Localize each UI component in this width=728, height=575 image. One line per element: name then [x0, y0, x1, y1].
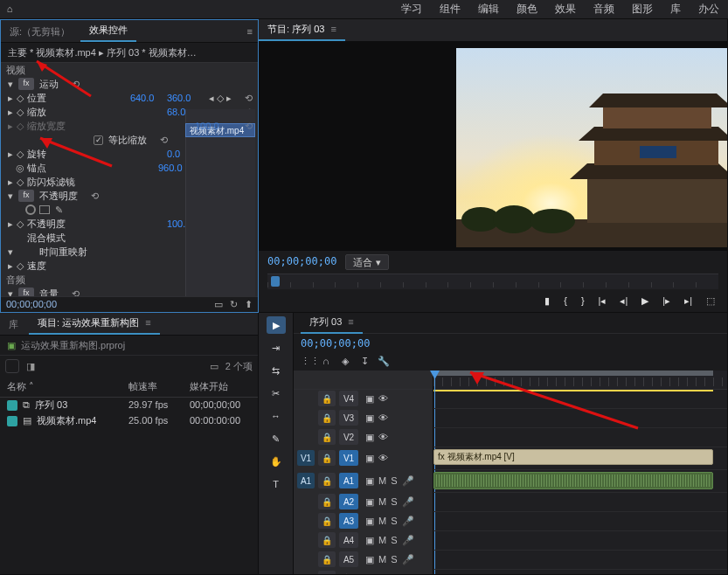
timeline-ruler[interactable]	[433, 371, 727, 390]
go-in-icon[interactable]: |◂	[599, 294, 607, 307]
zoom-fit-select[interactable]: 适合 ▾	[345, 254, 388, 270]
marker-icon[interactable]: ◈	[339, 355, 351, 367]
track-v1[interactable]: fx 视频素材.mp4 [V]	[433, 447, 727, 470]
mark-out-icon[interactable]: }	[581, 294, 585, 307]
track-head-v3[interactable]: 🔒V3▣👁	[294, 409, 433, 428]
track-head-v1[interactable]: V1🔒V1▣👁	[294, 447, 433, 470]
uniform-scale-checkbox[interactable]	[94, 135, 103, 145]
svg-point-11	[530, 209, 575, 233]
track-head-master[interactable]: 🔒主声道▸M	[294, 570, 433, 575]
track-head-a2[interactable]: 🔒A2▣MS🎤	[294, 493, 433, 512]
project-search[interactable]	[5, 359, 19, 373]
timeline-panel: ▶ ⇥ ⇆ ✂ ↔ ✎ ✋ T 序列 03 ≡ 00;00;00;00 ⋮⋮ ∩	[259, 313, 728, 575]
ec-timecode: 00;00;00;00	[6, 298, 57, 310]
project-row-sequence[interactable]: ⧉序列 03 29.97 fps 00;00;00;00	[0, 398, 258, 413]
tab-project[interactable]: 项目: 运动效果重新构图 ≡	[29, 313, 160, 335]
clip-audio[interactable]	[433, 472, 713, 489]
sequence-icon: ⧉	[23, 398, 30, 411]
slip-tool-icon[interactable]: ↔	[267, 407, 286, 425]
menu-color[interactable]: 颜色	[508, 3, 546, 17]
svg-rect-12	[640, 146, 676, 158]
tab-effect-controls[interactable]: 效果控件	[80, 19, 136, 42]
transport-bar: ▮ { } |◂ ◂| ▶ |▸ ▸| ⬚	[259, 289, 727, 312]
toggle-output-icon[interactable]: ▣	[365, 392, 374, 405]
project-filename: 运动效果重新构图.prproj	[21, 339, 125, 351]
ec-audio-section: 音频	[6, 274, 25, 286]
track-head-a5[interactable]: 🔒A5▣MS🎤	[294, 551, 433, 570]
track-header: 🔒V4▣👁 🔒V3▣👁 🔒V2▣👁 V1🔒V1▣👁 A1🔒A1▣MS🎤 🔒A2▣…	[294, 371, 433, 575]
program-ruler[interactable]	[267, 274, 718, 289]
svg-marker-8	[589, 94, 727, 107]
insert-icon[interactable]: ↧	[358, 355, 371, 367]
track-a1[interactable]	[433, 470, 727, 493]
selection-tool-icon[interactable]: ▶	[267, 316, 286, 334]
razor-tool-icon[interactable]: ✂	[267, 384, 286, 402]
hand-tool-icon[interactable]: ✋	[267, 453, 286, 470]
panel-menu-icon[interactable]: ≡	[247, 25, 253, 38]
pen-mask-icon[interactable]: ✎	[55, 204, 63, 216]
menu-editing[interactable]: 编辑	[469, 3, 508, 17]
menu-more[interactable]: 办公	[690, 3, 728, 17]
svg-point-10	[493, 205, 535, 233]
menu-audio[interactable]: 音频	[585, 3, 623, 17]
go-out-icon[interactable]: ▸|	[684, 294, 692, 307]
menu-libraries[interactable]: 库	[662, 3, 690, 17]
step-fwd-icon[interactable]: |▸	[662, 294, 670, 307]
timeline-tracks[interactable]: fx 视频素材.mp4 [V]	[433, 371, 727, 575]
svg-marker-4	[570, 163, 727, 179]
track-head-a4[interactable]: 🔒A4▣MS🎤	[294, 531, 433, 551]
track-select-tool-icon[interactable]: ⇥	[267, 339, 286, 357]
prop-position[interactable]: ▸◇ 位置 640.0 360.0 ◂ ◇ ▸⟲	[1, 91, 258, 105]
mark-in-icon[interactable]: {	[564, 294, 567, 307]
menu-learn[interactable]: 学习	[392, 3, 431, 17]
label-color	[7, 400, 17, 411]
pen-tool-icon[interactable]: ✎	[267, 430, 286, 447]
wrench-icon[interactable]: 🔧	[378, 355, 390, 367]
new-bin-icon[interactable]: ▭	[210, 360, 218, 372]
label-color	[7, 416, 17, 426]
effect-controls-panel: 源:（无剪辑） 效果控件 ≡ 主要 * 视频素材.mp4 ▸ 序列 03 * 视…	[0, 19, 259, 313]
track-head-v4[interactable]: 🔒V4▣👁	[294, 390, 433, 409]
sort-asc-icon[interactable]: ˄	[29, 381, 34, 391]
lift-icon[interactable]: ⬚	[706, 294, 715, 307]
filter-icon[interactable]: ◨	[26, 360, 35, 372]
ec-export-icon[interactable]: ⬆	[245, 298, 253, 310]
ec-loop-icon[interactable]: ↻	[230, 298, 238, 310]
program-monitor[interactable]	[456, 48, 727, 247]
tools-column: ▶ ⇥ ⇆ ✂ ↔ ✎ ✋ T	[259, 313, 294, 575]
tab-libraries[interactable]: 库	[0, 314, 27, 335]
timeline-tab[interactable]: 序列 03 ≡	[301, 313, 363, 334]
menu-effects[interactable]: 效果	[546, 3, 585, 17]
tab-program[interactable]: 节目: 序列 03 ≡	[259, 19, 345, 41]
menu-graphics[interactable]: 图形	[623, 3, 662, 17]
clip-video[interactable]: fx 视频素材.mp4 [V]	[433, 449, 713, 465]
play-icon[interactable]: ▶	[641, 294, 648, 307]
ripple-tool-icon[interactable]: ⇆	[267, 362, 286, 379]
track-head-a1[interactable]: A1🔒A1▣MS🎤	[294, 470, 433, 493]
ellipse-mask-icon[interactable]	[25, 204, 36, 215]
snap-icon[interactable]: ⋮⋮	[301, 355, 313, 367]
step-back-icon[interactable]: ◂|	[620, 294, 627, 307]
menu-assembly[interactable]: 组件	[431, 3, 469, 17]
add-marker-icon[interactable]: ▮	[544, 294, 550, 307]
lock-icon[interactable]: 🔒	[318, 391, 336, 406]
svg-marker-6	[579, 127, 727, 141]
svg-rect-3	[587, 179, 727, 223]
ec-breadcrumb: 主要 * 视频素材.mp4 ▸ 序列 03 * 视频素材…	[1, 43, 258, 63]
link-icon[interactable]: ∩	[320, 355, 332, 367]
track-head-v2[interactable]: 🔒V2▣👁	[294, 428, 433, 447]
ec-video-section: 视频	[6, 64, 25, 76]
rect-mask-icon[interactable]	[39, 205, 50, 214]
timeline-timecode[interactable]: 00;00;00;00	[301, 337, 370, 351]
program-timecode[interactable]: 00;00;00;00	[267, 255, 336, 269]
app-menubar: ⌂ 学习 组件 编辑 颜色 效果 音频 图形 库 办公	[0, 0, 728, 19]
eye-icon[interactable]: 👁	[378, 392, 388, 405]
type-tool-icon[interactable]: T	[267, 475, 286, 493]
track-head-a3[interactable]: 🔒A3▣MS🎤	[294, 512, 433, 531]
svg-rect-7	[603, 106, 711, 128]
tab-source[interactable]: 源:（无剪辑）	[1, 21, 79, 42]
ec-zoom-icon[interactable]: ▭	[214, 298, 223, 310]
project-row-clip[interactable]: ▤视频素材.mp4 25.00 fps 00:00:00:00	[0, 413, 258, 429]
home-icon[interactable]: ⌂	[0, 0, 19, 19]
ec-motion[interactable]: ▾fx运动 ⟲	[1, 77, 258, 91]
